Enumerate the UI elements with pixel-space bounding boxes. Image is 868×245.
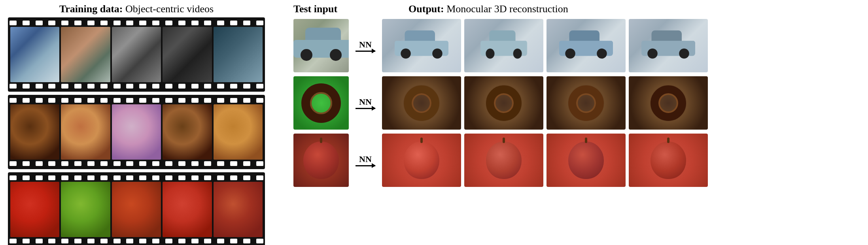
perf <box>126 98 133 103</box>
perf <box>74 161 81 166</box>
donut-images <box>8 104 265 160</box>
perf <box>152 175 159 180</box>
perf <box>178 98 185 103</box>
perf <box>217 98 224 103</box>
input-apple-image <box>293 134 349 187</box>
apple-stem-out2 <box>503 138 505 143</box>
perf <box>152 98 159 103</box>
perf <box>36 161 43 166</box>
donut-render-1 <box>382 76 461 130</box>
perf <box>256 98 263 103</box>
car-wheel-left <box>647 48 658 58</box>
perf <box>165 21 172 25</box>
perf <box>230 161 237 166</box>
perf <box>100 161 108 166</box>
title-bold-part: Training data: <box>59 3 123 15</box>
perf <box>48 161 55 166</box>
perf <box>100 84 108 89</box>
perf <box>230 21 237 25</box>
right-rows: NN <box>293 19 864 187</box>
perf <box>23 98 30 103</box>
perf <box>204 21 211 25</box>
perf <box>217 161 224 166</box>
perf <box>100 98 108 103</box>
perf <box>191 98 199 103</box>
car-wheel-left <box>565 48 575 58</box>
car-shape-out2 <box>480 32 527 59</box>
donut-shape-out1 <box>404 85 439 121</box>
apple-stem-out1 <box>420 138 423 143</box>
car-render-2 <box>464 19 543 72</box>
perforations-top-apples <box>8 175 265 180</box>
car-row: NN <box>293 19 864 72</box>
perf <box>100 175 108 180</box>
apples-film-strip <box>8 172 265 245</box>
perf <box>191 239 199 243</box>
car-shape-out4 <box>641 32 695 59</box>
perf <box>113 175 121 180</box>
output-label: Output: Monocular 3D reconstruction <box>408 3 568 15</box>
perf <box>48 98 55 103</box>
apple-render-4 <box>629 134 708 187</box>
perf <box>217 175 224 180</box>
nn-arrow-cars: NN <box>354 40 377 52</box>
car-input-shape <box>293 19 349 72</box>
donut-input-shape <box>293 76 349 130</box>
donut-output-1 <box>382 76 461 130</box>
perf <box>152 21 159 25</box>
perf <box>139 21 146 25</box>
apple-frame-5 <box>214 182 263 237</box>
perf <box>74 21 81 25</box>
perf <box>9 84 17 89</box>
perf <box>23 21 30 25</box>
perf <box>217 84 224 89</box>
apple-output-2 <box>464 134 543 187</box>
perf <box>243 98 250 103</box>
perf <box>48 84 55 89</box>
output-label-rest: Monocular 3D reconstruction <box>444 3 568 15</box>
perf <box>256 175 263 180</box>
perf <box>74 175 81 180</box>
apple-images <box>8 182 265 237</box>
perf <box>191 161 199 166</box>
perf <box>217 239 224 243</box>
car-output-1 <box>382 19 461 72</box>
car-wheel-left <box>301 49 312 61</box>
perf <box>36 175 43 180</box>
donut-render-2 <box>464 76 543 130</box>
perf <box>191 21 199 25</box>
car-frame-3 <box>112 27 161 82</box>
perf <box>139 84 146 89</box>
perf <box>74 239 81 243</box>
perf <box>204 98 211 103</box>
perforations-top-donuts <box>8 98 265 103</box>
car-render-1 <box>382 19 461 72</box>
perf <box>165 98 172 103</box>
perf <box>165 84 172 89</box>
apple-shape-out3 <box>568 141 604 179</box>
car-shape-out3 <box>559 32 613 59</box>
perf <box>113 98 121 103</box>
donut-frame-2 <box>61 104 110 160</box>
perf <box>243 239 250 243</box>
perf <box>23 161 30 166</box>
donut-frame-4 <box>163 104 212 160</box>
perf <box>61 21 68 25</box>
apple-shape-out2 <box>486 141 522 179</box>
perf <box>256 239 263 243</box>
perf <box>204 239 211 243</box>
perf <box>48 21 55 25</box>
apple-render-2 <box>464 134 543 187</box>
perf <box>152 161 159 166</box>
donut-shape-out3 <box>568 85 604 121</box>
perf <box>113 161 121 166</box>
donut-output-cells <box>382 76 708 130</box>
perf <box>126 21 133 25</box>
car-wheel-right <box>330 49 342 61</box>
perf <box>256 84 263 89</box>
perf <box>178 239 185 243</box>
perf <box>243 84 250 89</box>
car-wheel-left <box>401 48 411 58</box>
perf <box>113 239 121 243</box>
car-wheel-right <box>679 48 689 58</box>
